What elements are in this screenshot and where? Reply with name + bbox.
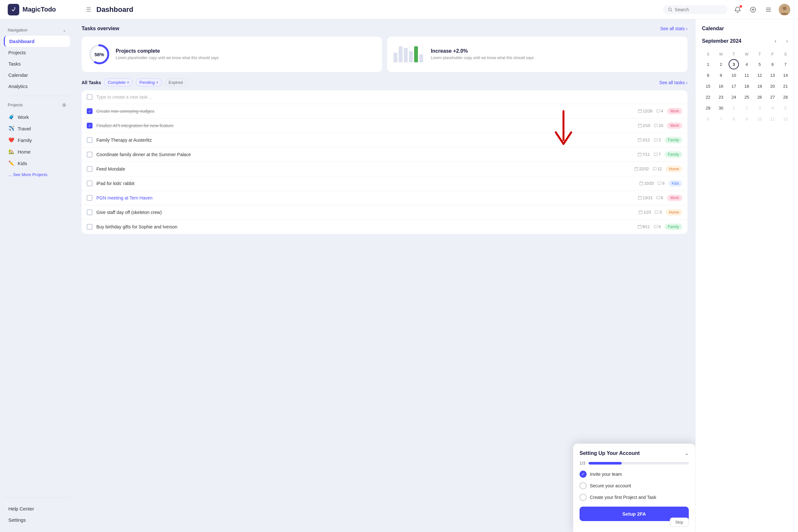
calendar-day[interactable]: 13: [767, 70, 778, 80]
calendar-next-button[interactable]: ›: [783, 37, 792, 45]
calendar-day[interactable]: 6: [703, 114, 713, 124]
calendar-day[interactable]: 29: [703, 103, 713, 113]
calendar-day[interactable]: 1: [728, 103, 739, 113]
sidebar-item-work[interactable]: 🧳Work: [4, 111, 70, 123]
sidebar-item-kids[interactable]: ✏️Kids: [4, 157, 70, 169]
sidebar-item-family[interactable]: ❤️Family: [4, 134, 70, 146]
calendar-day[interactable]: 10: [728, 70, 739, 80]
search-bar[interactable]: [663, 5, 727, 14]
task-tag-7: Kids: [668, 180, 682, 187]
calendar-day[interactable]: 23: [716, 92, 726, 102]
calendar-day[interactable]: 20: [767, 81, 778, 91]
sidebar-item-calendar[interactable]: Calendar: [4, 70, 70, 81]
search-input[interactable]: [674, 7, 722, 12]
svg-rect-15: [655, 211, 658, 213]
sidebar-item-home[interactable]: 🏡Home: [4, 146, 70, 157]
settings-label: Settings: [8, 517, 26, 523]
calendar-day[interactable]: 27: [767, 92, 778, 102]
calendar-day[interactable]: 30: [716, 103, 726, 113]
calendar-day[interactable]: 18: [741, 81, 752, 91]
calendar-day[interactable]: 4: [741, 59, 752, 70]
calendar-day[interactable]: 15: [703, 81, 713, 91]
calendar-day[interactable]: 11: [741, 70, 752, 80]
add-button[interactable]: [748, 4, 758, 15]
calendar-day[interactable]: 7: [716, 114, 726, 124]
task-checkbox-3[interactable]: ✓: [87, 123, 93, 129]
popup-collapse-icon[interactable]: ⌄: [685, 450, 689, 456]
sidebar-item-projects[interactable]: Projects: [4, 47, 70, 58]
calendar-day[interactable]: 7: [780, 59, 791, 70]
task-checkbox-5[interactable]: [87, 152, 93, 157]
calendar-day[interactable]: 21: [780, 81, 791, 91]
filter-complete-remove[interactable]: ×: [127, 80, 129, 85]
calendar-day[interactable]: 12: [780, 114, 791, 124]
filter-pending[interactable]: Pending ×: [136, 78, 162, 87]
calendar-day[interactable]: 1: [703, 59, 713, 70]
sidebar-item-settings[interactable]: Settings: [4, 514, 70, 526]
calendar-day[interactable]: 3: [755, 103, 765, 113]
navigation-section[interactable]: Navigation ⌄: [4, 26, 70, 34]
skip-button[interactable]: Skip: [670, 517, 689, 527]
task-checkbox-9[interactable]: [87, 209, 93, 215]
task-checkbox-8[interactable]: [87, 195, 93, 201]
calendar-day[interactable]: 8: [728, 114, 739, 124]
task-checkbox-2[interactable]: ✓: [87, 108, 93, 114]
sidebar-item-travel[interactable]: ✈️Travel: [4, 123, 70, 134]
calendar-prev-button[interactable]: ‹: [771, 37, 780, 45]
task-checkbox-10[interactable]: [87, 224, 93, 230]
sidebar-item-dashboard[interactable]: Dashboard: [4, 36, 70, 47]
calendar-day[interactable]: 17: [728, 81, 739, 91]
calendar-day[interactable]: 8: [703, 70, 713, 80]
calendar-day[interactable]: 6: [767, 59, 778, 70]
calendar-day[interactable]: 3: [728, 59, 739, 70]
task-checkbox-7[interactable]: [87, 180, 93, 186]
new-task-checkbox[interactable]: [87, 94, 93, 100]
calendar-day-header: S: [702, 51, 714, 58]
nav-items-list: DashboardProjectsTasksCalendarAnalytics: [4, 36, 70, 92]
task-rows-container: ✓ Create non-annoying nudges 12/28 4 Wor…: [82, 104, 687, 234]
calendar-day[interactable]: 5: [780, 103, 791, 113]
filter-expired[interactable]: Expired: [165, 78, 186, 87]
notification-button[interactable]: [733, 4, 743, 15]
calendar-day[interactable]: 28: [780, 92, 791, 102]
calendar-day[interactable]: 14: [780, 70, 791, 80]
calendar-day[interactable]: 2: [741, 103, 752, 113]
task-name-6: Feed Mondale: [96, 166, 631, 172]
calendar-day[interactable]: 16: [716, 81, 726, 91]
calendar-day[interactable]: 10: [755, 114, 765, 124]
calendar-day[interactable]: 5: [755, 59, 765, 70]
sidebar-item-tasks[interactable]: Tasks: [4, 58, 70, 70]
popup-item-circle: ✓: [580, 471, 587, 478]
see-more-projects[interactable]: ... See More Projects: [4, 170, 70, 179]
calendar-day[interactable]: 25: [741, 92, 752, 102]
calendar-day[interactable]: 9: [741, 114, 752, 124]
filter-complete[interactable]: Complete ×: [104, 78, 133, 87]
calendar-day[interactable]: 24: [728, 92, 739, 102]
avatar[interactable]: [779, 4, 790, 15]
calendar-day[interactable]: 2: [716, 59, 726, 70]
sidebar-item-help[interactable]: Help Center: [4, 503, 70, 514]
task-name-5: Coordinate family dinner at the Summer P…: [96, 152, 634, 157]
add-project-icon[interactable]: ⊕: [62, 102, 66, 108]
menu-button[interactable]: [763, 4, 774, 15]
see-all-stats-link[interactable]: See all stats ›: [660, 26, 687, 31]
calendar-day[interactable]: 12: [755, 70, 765, 80]
filter-pending-remove[interactable]: ×: [156, 80, 158, 85]
calendar-day[interactable]: 9: [716, 70, 726, 80]
calendar-day[interactable]: 11: [767, 114, 778, 124]
task-checkbox-6[interactable]: [87, 166, 93, 172]
calendar-month-title: September 2024: [702, 38, 741, 44]
calendar-day[interactable]: 26: [755, 92, 765, 102]
new-task-placeholder[interactable]: Type to create a new task ...: [96, 94, 153, 100]
calendar-day[interactable]: 22: [703, 92, 713, 102]
hamburger-icon[interactable]: ☰: [86, 6, 91, 13]
see-all-tasks-link[interactable]: See all tasks ›: [659, 80, 687, 85]
sidebar-item-analytics[interactable]: Analytics: [4, 81, 70, 92]
task-checkbox-4[interactable]: [87, 137, 93, 143]
calendar-day[interactable]: 4: [767, 103, 778, 113]
task-tag-4: Family: [665, 137, 682, 143]
logo[interactable]: MagicTodo: [8, 4, 78, 15]
calendar-day[interactable]: 19: [755, 81, 765, 91]
task-date-8: 13/13: [638, 196, 652, 200]
filter-expired-label: Expired: [169, 80, 183, 85]
